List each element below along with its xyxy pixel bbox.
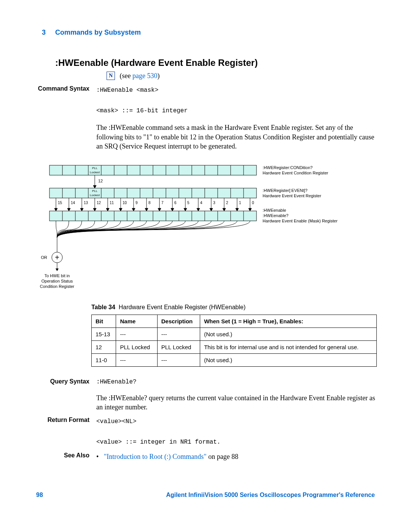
th-desc: Description	[157, 315, 200, 328]
svg-marker-68	[106, 208, 109, 211]
svg-marker-84	[210, 208, 213, 211]
command-syntax-code: :HWEenable <mask> <mask> ::= 16-bit inte…	[96, 85, 377, 117]
doc-title: Agilent InfiniiVision 5000 Series Oscill…	[166, 492, 375, 498]
svg-text:12: 12	[98, 179, 103, 183]
svg-text:Locked: Locked	[90, 171, 100, 174]
return-format-label: Return Format	[34, 417, 96, 448]
register-table: Bit Name Description When Set (1 = High …	[91, 315, 377, 367]
command-description: The :HWEenable command sets a mask in th…	[96, 123, 377, 151]
svg-text:15: 15	[58, 201, 62, 205]
svg-text:3: 3	[213, 201, 215, 205]
svg-marker-82	[197, 208, 200, 211]
query-syntax-label: Query Syntax	[34, 378, 96, 412]
svg-text:12: 12	[97, 201, 101, 205]
svg-text:0: 0	[252, 201, 254, 205]
svg-text:+: +	[55, 253, 59, 262]
svg-marker-70	[119, 208, 122, 211]
svg-text:7: 7	[161, 201, 164, 205]
svg-marker-62	[67, 208, 70, 211]
svg-text:Hardware Event Enable (Mask) R: Hardware Event Enable (Mask) Register	[263, 219, 338, 223]
svg-text:5: 5	[187, 201, 190, 205]
svg-text:14: 14	[71, 201, 75, 205]
svg-text:Hardware Event Event Register: Hardware Event Event Register	[263, 193, 321, 198]
svg-text:4: 4	[200, 201, 202, 205]
svg-text::HWERegister:CONDition?: :HWERegister:CONDition?	[263, 165, 312, 170]
svg-text:To HWE bit in: To HWE bit in	[45, 273, 70, 278]
see-also-link[interactable]: "Introduction to Root (:) Commands"	[104, 453, 207, 460]
th-bit: Bit	[92, 315, 116, 328]
command-syntax-label: Command Syntax	[34, 85, 96, 151]
see-page-link[interactable]: page 530	[132, 72, 157, 80]
svg-marker-80	[184, 208, 187, 211]
svg-text:6: 6	[174, 201, 177, 205]
svg-text:OR: OR	[41, 255, 48, 260]
chapter-title: Commands by Subsystem	[55, 29, 141, 36]
svg-text:Locked: Locked	[90, 193, 100, 197]
svg-text:PLL: PLL	[92, 189, 98, 193]
table-row: 11-0 --- --- (Not used.)	[92, 354, 377, 367]
page-footer: 98 Agilent InfiniiVision 5000 Series Osc…	[34, 492, 377, 498]
svg-text:1: 1	[239, 201, 241, 205]
see-also-suffix: on page 88	[207, 453, 238, 460]
see-prefix: (see	[120, 72, 132, 80]
svg-text:10: 10	[123, 201, 127, 205]
svg-marker-66	[93, 208, 96, 211]
svg-text:8: 8	[148, 201, 151, 205]
svg-marker-74	[145, 208, 148, 211]
see-suffix: )	[157, 72, 159, 80]
chapter-header: 3 Commands by Subsystem	[34, 29, 377, 37]
return-format-code: <value><NL> <value> ::= integer in NR1 f…	[96, 417, 377, 448]
svg-marker-86	[223, 208, 226, 211]
svg-marker-60	[54, 208, 57, 211]
svg-text:Hardware Event Condition Regis: Hardware Event Condition Register	[263, 171, 328, 175]
svg-marker-21	[93, 185, 96, 188]
svg-text:9: 9	[135, 201, 138, 205]
svg-text:PLL: PLL	[92, 166, 98, 170]
see-reference-line: N (see page 530)	[107, 72, 377, 81]
svg-marker-64	[80, 208, 83, 211]
svg-text:13: 13	[84, 201, 88, 205]
table-row: 15-13 --- --- (Not used.)	[92, 328, 377, 341]
svg-marker-88	[236, 208, 239, 211]
svg-marker-115	[56, 268, 59, 271]
table-number: Table 34	[91, 304, 115, 310]
th-when: When Set (1 = High = True), Enables:	[200, 315, 377, 328]
svg-text:Operation Status: Operation Status	[41, 279, 73, 283]
svg-marker-72	[132, 208, 135, 211]
svg-text::HWEenable?: :HWEenable?	[263, 213, 288, 218]
table-caption: Table 34 Hardware Event Enable Register …	[91, 304, 377, 311]
svg-text:2: 2	[226, 201, 228, 205]
chapter-number: 3	[34, 29, 46, 37]
bullet-icon: •	[96, 452, 104, 461]
query-syntax-para: The :HWEenable? query returns the curren…	[96, 393, 377, 412]
svg-marker-78	[171, 208, 174, 211]
svg-text:11: 11	[110, 201, 114, 205]
query-syntax-code: :HWEenable?	[96, 378, 377, 387]
table-row: 12 PLL Locked PLL Locked This bit is for…	[92, 341, 377, 354]
see-also-item: • "Introduction to Root (:) Commands" on…	[96, 452, 377, 461]
page-title: :HWEenable (Hardware Event Enable Regist…	[55, 58, 377, 68]
see-also-label: See Also	[34, 452, 96, 461]
svg-text:Condition Register: Condition Register	[40, 284, 75, 289]
svg-marker-90	[249, 208, 252, 211]
table-title: Hardware Event Enable Register (HWEenabl…	[119, 304, 245, 310]
n-badge-icon: N	[107, 72, 115, 80]
register-diagram: PLL Locked :HWERegister:CONDition? Hardw…	[34, 161, 377, 292]
svg-text::HWERegister[:EVENt]?: :HWERegister[:EVENt]?	[263, 188, 307, 193]
svg-text::HWEenable: :HWEenable	[263, 208, 286, 212]
th-name: Name	[116, 315, 157, 328]
page-number: 98	[36, 492, 43, 498]
svg-marker-76	[158, 208, 161, 211]
